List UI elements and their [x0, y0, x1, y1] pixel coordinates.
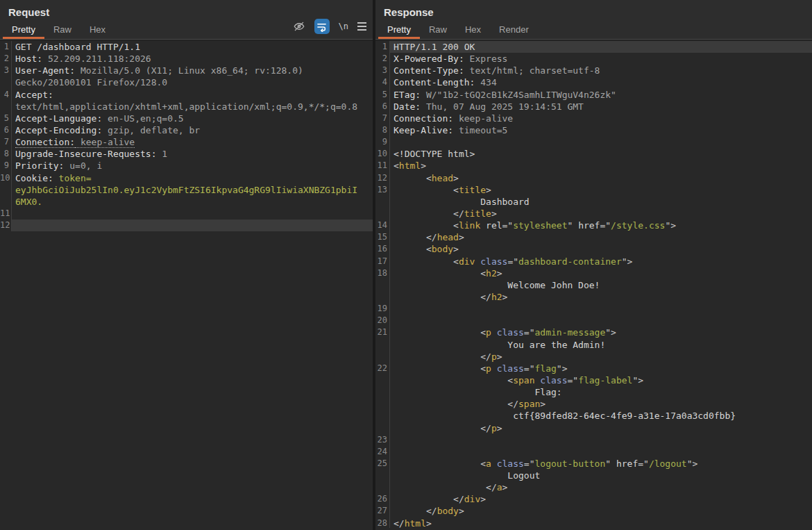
- code-segment: Keep-Alive:: [394, 125, 453, 135]
- code-segment: Upgrade-Insecure-Requests:: [15, 149, 157, 159]
- word-wrap-button[interactable]: [314, 19, 330, 34]
- line-number: [375, 386, 390, 398]
- code-segment: <: [394, 327, 486, 338]
- code-line: 6Date: Thu, 07 Aug 2025 19:14:51 GMT: [375, 101, 812, 113]
- tab-raw[interactable]: Raw: [44, 21, 81, 39]
- line-number: [375, 374, 390, 386]
- code-segment: Content-Length:: [394, 77, 475, 88]
- code-line: <span class="flag-label">: [375, 374, 812, 386]
- code-text: [390, 315, 812, 326]
- code-segment: span: [513, 375, 534, 386]
- line-number: 8: [375, 124, 390, 136]
- code-segment: Accept-Encoding:: [15, 125, 102, 135]
- code-line: 21 <p class="admin-message">: [375, 326, 812, 338]
- code-segment: ETag:: [394, 90, 421, 100]
- code-segment: html: [405, 518, 426, 528]
- request-tabs: PrettyRawHex: [3, 21, 115, 39]
- code-segment: W/"1b2-tGQ2cB1kZ4SamhLITWguV4n26zk": [421, 90, 616, 100]
- code-segment: p: [486, 327, 491, 338]
- code-segment: ">: [557, 363, 568, 374]
- line-number: 12: [375, 172, 390, 184]
- code-line: text/html,application/xhtml+xml,applicat…: [0, 101, 373, 113]
- code-segment: [491, 327, 497, 338]
- code-text: <!DOCTYPE html>: [390, 148, 812, 160]
- code-segment: >: [502, 482, 508, 492]
- response-header: Response PrettyRawHexRender: [375, 0, 812, 40]
- editor-menu-button[interactable]: [357, 22, 366, 31]
- code-line: 11: [0, 208, 373, 220]
- code-text: Accept:: [12, 89, 373, 101]
- code-text: <div class="dashboard-container">: [390, 256, 812, 267]
- tab-hex[interactable]: Hex: [81, 21, 115, 39]
- line-number: 18: [375, 267, 390, 279]
- code-line: 4Content-Length: 434: [375, 76, 812, 88]
- code-segment: title: [459, 185, 486, 195]
- code-line: eyJhbGciOiJub25lIn0.eyJ1c2VybmFtZSI6Ikpv…: [0, 184, 373, 196]
- tab-render[interactable]: Render: [490, 21, 538, 39]
- code-segment: ">: [622, 256, 633, 267]
- code-line: 4Accept:: [0, 89, 373, 101]
- code-segment: ">: [605, 327, 616, 338]
- request-editor[interactable]: 1GET /dashboard HTTP/1.12Host: 52.209.21…: [0, 40, 373, 528]
- code-text: You are the Admin!: [390, 339, 812, 351]
- word-wrap-icon: [316, 22, 327, 32]
- code-text: <head>: [390, 172, 812, 184]
- line-number: 20: [375, 315, 390, 326]
- code-segment: stylesheet: [513, 220, 567, 231]
- code-text: <h2>: [390, 267, 812, 279]
- code-segment: =": [567, 375, 578, 386]
- response-editor[interactable]: 1HTTP/1.1 200 OK2X-Powered-By: Express3C…: [375, 40, 812, 528]
- code-segment: ">: [632, 375, 643, 386]
- code-segment: =": [600, 220, 611, 231]
- line-number: 14: [375, 220, 390, 231]
- code-segment: =": [524, 327, 535, 338]
- code-segment: dashboard-container: [518, 256, 622, 267]
- code-line: 3User-Agent: Mozilla/5.0 (X11; Linux x86…: [0, 65, 373, 76]
- code-line: 11<html>: [375, 160, 812, 172]
- code-segment: a: [486, 458, 491, 469]
- line-number: [0, 184, 12, 196]
- line-number: 15: [375, 231, 390, 243]
- code-line: You are the Admin!: [375, 339, 812, 351]
- code-text: Keep-Alive: timeout=5: [390, 124, 812, 136]
- code-segment: h2: [491, 292, 502, 302]
- code-segment: link: [459, 220, 480, 231]
- code-segment: >: [480, 494, 486, 504]
- code-segment: </: [394, 399, 518, 409]
- code-segment: body: [432, 244, 453, 254]
- code-text: [390, 303, 812, 315]
- tab-pretty[interactable]: Pretty: [3, 21, 44, 39]
- code-segment: div: [464, 494, 480, 504]
- code-line: 26 </div>: [375, 493, 812, 505]
- tab-raw[interactable]: Raw: [420, 21, 456, 39]
- hide-invisibles-button[interactable]: [293, 20, 305, 33]
- line-number: 26: [375, 493, 390, 505]
- line-number: [375, 291, 390, 303]
- code-segment: ">: [665, 220, 676, 231]
- line-number: 6: [0, 124, 12, 136]
- code-line: 7Connection: keep-alive: [0, 136, 373, 148]
- code-segment: >: [421, 160, 426, 171]
- code-segment: Express: [464, 53, 508, 64]
- code-line: Gecko/20100101 Firefox/128.0: [0, 76, 373, 88]
- code-segment: Logout: [394, 470, 540, 481]
- code-segment: >: [426, 518, 432, 528]
- tab-hex[interactable]: Hex: [456, 21, 490, 39]
- code-text: <html>: [390, 160, 812, 172]
- code-text: </a>: [390, 481, 812, 493]
- code-text: </p>: [390, 422, 812, 434]
- code-segment: ": [605, 458, 611, 469]
- code-line: 22 <p class="flag">: [375, 363, 812, 374]
- tab-pretty[interactable]: Pretty: [378, 21, 420, 39]
- code-segment: Content-Type:: [394, 65, 464, 76]
- code-segment: GET /dashboard HTTP/1.1: [15, 42, 140, 52]
- code-segment: href: [611, 458, 638, 469]
- line-number: [375, 208, 390, 220]
- code-segment: Mozilla/5.0 (X11; Linux x86_64; rv:128.0…: [75, 65, 303, 76]
- code-line: 3Content-Type: text/html; charset=utf-8: [375, 65, 812, 76]
- code-text: </span>: [390, 398, 812, 410]
- line-number: [375, 410, 390, 422]
- line-number: 7: [0, 136, 12, 148]
- line-number: 24: [375, 446, 390, 458]
- newline-toggle-button[interactable]: \n: [339, 22, 348, 31]
